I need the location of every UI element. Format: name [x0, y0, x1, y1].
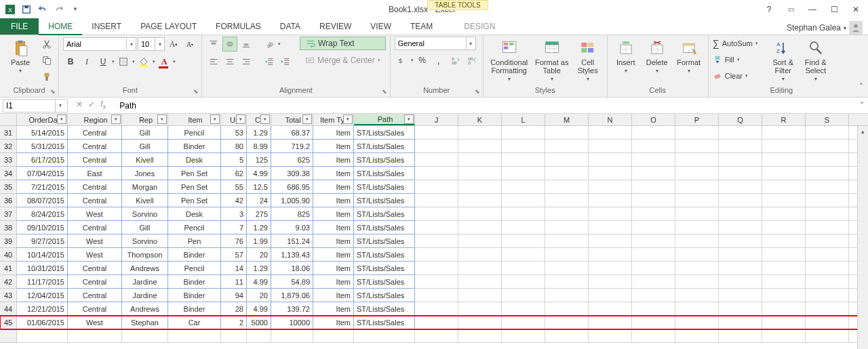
scroll-up-icon[interactable]: ▴ [858, 126, 868, 137]
cell[interactable] [415, 167, 458, 180]
cell[interactable]: 7 [221, 221, 247, 234]
cell[interactable]: ST/Lists/Sales [354, 248, 415, 262]
select-all-corner[interactable] [0, 114, 17, 126]
cancel-formula-icon[interactable]: ✕ [76, 100, 83, 110]
cell[interactable] [415, 275, 458, 289]
excel-icon[interactable]: X [3, 2, 18, 17]
row-header[interactable]: 42 [0, 275, 17, 289]
cell[interactable]: Item [313, 153, 354, 167]
cell[interactable] [502, 126, 545, 140]
cell[interactable] [589, 140, 632, 153]
cell[interactable]: East [68, 167, 122, 180]
cell[interactable]: Pen Set [168, 180, 221, 194]
expand-formula-bar-icon[interactable]: ˅ [856, 101, 868, 110]
cell[interactable] [502, 234, 545, 248]
cell[interactable]: Andrews [122, 302, 168, 316]
cell[interactable] [458, 234, 502, 248]
cell[interactable] [415, 302, 458, 316]
align-center-horiz-icon[interactable] [222, 54, 237, 69]
cell[interactable]: Binder [168, 140, 221, 153]
orientation-icon[interactable]: ab [262, 37, 277, 52]
cell[interactable]: 14 [221, 262, 247, 275]
cell[interactable]: 139.72 [271, 302, 313, 316]
cell[interactable]: West [68, 316, 122, 329]
alignment-dialog-launcher-icon[interactable]: ⬊ [380, 87, 389, 96]
cell[interactable] [675, 153, 719, 167]
cell[interactable] [632, 180, 675, 194]
cell[interactable]: Item [313, 234, 354, 248]
font-color-icon[interactable]: A [157, 54, 172, 69]
column-header[interactable]: Q [719, 114, 762, 125]
bold-button[interactable]: B [63, 54, 78, 69]
cell[interactable] [502, 180, 545, 194]
increase-decimal-icon[interactable]: .0.00 [448, 53, 462, 68]
cell[interactable] [762, 221, 806, 234]
user-avatar-icon[interactable] [849, 21, 863, 35]
name-box[interactable]: ▾ [3, 99, 68, 112]
cell[interactable] [415, 180, 458, 194]
cell[interactable] [806, 302, 849, 316]
cell[interactable]: West [68, 234, 122, 248]
cell[interactable]: Item [313, 275, 354, 289]
column-header[interactable]: N [589, 114, 632, 125]
cell[interactable] [632, 126, 675, 140]
cut-icon[interactable] [39, 37, 54, 52]
cell[interactable] [806, 167, 849, 180]
cell[interactable] [415, 329, 458, 343]
cell[interactable]: Sorvino [122, 234, 168, 248]
cell[interactable] [806, 234, 849, 248]
cell[interactable] [632, 329, 675, 343]
cell[interactable]: ST/Lists/Sales [354, 207, 415, 221]
cell[interactable] [675, 234, 719, 248]
cell[interactable] [762, 248, 806, 262]
cell[interactable] [719, 234, 762, 248]
cell[interactable] [17, 329, 68, 343]
cell[interactable] [762, 329, 806, 343]
cell[interactable] [589, 275, 632, 289]
filter-dropdown-icon[interactable]: ▾ [57, 115, 66, 124]
cell[interactable] [632, 316, 675, 329]
cell[interactable]: 625 [271, 153, 313, 167]
cell[interactable]: Item [313, 248, 354, 262]
cell[interactable] [545, 194, 589, 207]
copy-icon[interactable] [39, 53, 54, 68]
cell[interactable]: 1.29 [247, 262, 271, 275]
ribbon-display-icon[interactable]: ▭ [783, 3, 799, 16]
cell[interactable]: 11/17/2015 [17, 275, 68, 289]
cell[interactable] [762, 275, 806, 289]
cell[interactable]: Pencil [168, 262, 221, 275]
cell[interactable] [719, 194, 762, 207]
cell[interactable] [589, 194, 632, 207]
cell[interactable]: Central [68, 194, 122, 207]
home-tab[interactable]: HOME [39, 18, 82, 35]
cell[interactable] [415, 153, 458, 167]
collapse-ribbon-icon[interactable]: ˄ [854, 79, 868, 94]
cell[interactable]: 09/10/2015 [17, 221, 68, 234]
row-header[interactable]: 40 [0, 248, 17, 262]
column-header[interactable]: Item Typ▾ [313, 114, 354, 125]
cell[interactable]: Gill [122, 126, 168, 140]
cell[interactable] [719, 316, 762, 329]
cell[interactable]: 8/24/2015 [17, 207, 68, 221]
cell[interactable] [675, 207, 719, 221]
cell[interactable] [458, 126, 502, 140]
conditional-formatting-button[interactable]: Conditional Formatting▾ [488, 37, 531, 82]
cell[interactable] [415, 221, 458, 234]
restore-icon[interactable]: ☐ [826, 3, 842, 16]
cell[interactable]: Sorvino [122, 207, 168, 221]
column-header[interactable]: Region▾ [68, 114, 122, 125]
filter-dropdown-icon[interactable]: ▾ [260, 115, 270, 124]
format-cells-button[interactable]: Format▾ [674, 37, 704, 74]
cell[interactable]: 6/17/2015 [17, 153, 68, 167]
cell[interactable]: Andrews [122, 262, 168, 275]
cell[interactable] [632, 167, 675, 180]
cell[interactable]: 10/31/2015 [17, 262, 68, 275]
column-header[interactable]: Path▾ [354, 114, 415, 125]
cell[interactable] [806, 248, 849, 262]
cell[interactable]: 68.37 [271, 126, 313, 140]
cell[interactable]: Pencil [168, 221, 221, 234]
user-name[interactable]: Stephan Galea [787, 23, 841, 33]
cell[interactable]: Central [68, 262, 122, 275]
cell[interactable] [502, 194, 545, 207]
cell[interactable]: 686.95 [271, 180, 313, 194]
